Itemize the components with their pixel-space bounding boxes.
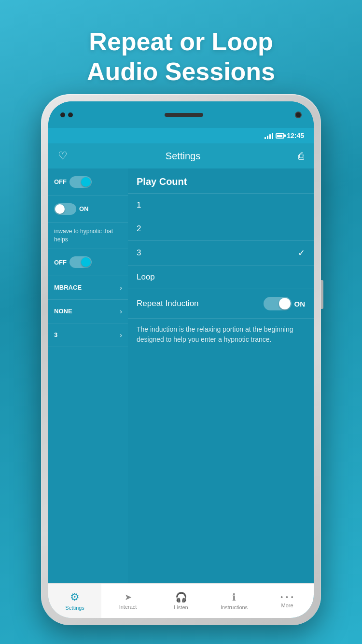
toggle-3-container[interactable]: OFF xyxy=(54,256,92,268)
chevron-none-icon: › xyxy=(120,308,122,315)
repeat-induction-row: Repeat Induction ON xyxy=(128,289,314,319)
page-title: Repeat or Loop Audio Sessions xyxy=(0,0,362,97)
battery-icon xyxy=(276,133,284,139)
play-count-option-3[interactable]: 3 ✓ xyxy=(128,241,314,266)
toggle-1-container[interactable]: OFF xyxy=(54,176,92,188)
left-option-none[interactable]: NONE › xyxy=(48,300,128,323)
section-header: Play Count xyxy=(128,168,314,194)
app-nav-title: Settings xyxy=(166,151,200,162)
camera-area xyxy=(60,112,73,117)
bottom-nav-bar: ⚙ Settings ➤ Interact 🎧 Listen ℹ Instruc… xyxy=(48,583,314,618)
settings-icon: ⚙ xyxy=(70,591,80,603)
toggle-1-switch[interactable] xyxy=(70,176,92,188)
listen-icon: 🎧 xyxy=(175,591,187,603)
nav-item-settings[interactable]: ⚙ Settings xyxy=(48,584,101,618)
play-count-3-label: 3 xyxy=(137,248,141,258)
settings-label: Settings xyxy=(65,605,84,611)
left-panel: OFF ON xyxy=(48,168,128,583)
selected-checkmark-icon: ✓ xyxy=(298,248,305,258)
phone-top-bar xyxy=(48,101,314,128)
camera-dot-left xyxy=(60,112,65,117)
instructions-icon: ℹ xyxy=(232,591,236,603)
more-label: More xyxy=(281,602,293,608)
right-panel: Play Count 1 2 3 ✓ Loop xyxy=(128,168,314,583)
interact-icon: ➤ xyxy=(125,592,132,602)
option-mbrace-label: MBRACE xyxy=(54,284,82,291)
left-toggle-row-3: OFF xyxy=(48,249,128,276)
interact-label: Interact xyxy=(119,604,137,610)
toggle-2-switch[interactable] xyxy=(54,203,76,215)
option-none-label: NONE xyxy=(54,308,72,315)
speaker-bar xyxy=(165,113,203,117)
play-count-1-label: 1 xyxy=(137,200,141,210)
loop-label: Loop xyxy=(137,272,155,282)
status-time: 12:45 xyxy=(287,132,304,140)
main-content: OFF ON xyxy=(48,168,314,583)
status-bar-right: 12:45 xyxy=(265,132,304,140)
camera-dot-right2 xyxy=(68,112,73,117)
play-count-option-1[interactable]: 1 xyxy=(128,194,314,217)
share-icon[interactable]: ⎙ xyxy=(298,151,304,162)
repeat-induction-toggle[interactable] xyxy=(264,297,292,310)
more-icon: • • • xyxy=(280,593,293,601)
chevron-mbrace-icon: › xyxy=(120,284,122,292)
toggle-2-label: ON xyxy=(79,205,89,212)
option-3-label: 3 xyxy=(54,331,57,338)
repeat-induction-label: Repeat Induction xyxy=(137,299,199,308)
chevron-3-icon: › xyxy=(120,331,122,339)
listen-label: Listen xyxy=(174,604,188,610)
app-nav-bar: ♡ Settings ⎙ xyxy=(48,143,314,168)
section-title: Play Count xyxy=(137,176,187,187)
camera-main xyxy=(295,112,302,118)
left-option-3[interactable]: 3 › xyxy=(48,323,128,347)
nav-item-instructions[interactable]: ℹ Instructions xyxy=(208,584,261,618)
toggle-3-knob xyxy=(81,257,91,267)
toggle-2-container[interactable]: ON xyxy=(54,203,89,215)
play-count-2-label: 2 xyxy=(137,224,141,234)
text-snippet: inwave to hypnotic that helps xyxy=(48,223,128,249)
toggle-1-knob xyxy=(81,177,91,187)
side-button xyxy=(321,280,323,309)
repeat-induction-description: The induction is the relaxing portion at… xyxy=(128,319,314,350)
left-option-mbrace[interactable]: MBRACE › xyxy=(48,276,128,300)
left-toggle-row-2: ON xyxy=(48,196,128,223)
nav-item-listen[interactable]: 🎧 Listen xyxy=(154,584,208,618)
favorite-icon[interactable]: ♡ xyxy=(58,150,68,162)
signal-icon xyxy=(265,132,273,139)
toggle-2-knob xyxy=(55,204,65,214)
instructions-label: Instructions xyxy=(221,604,248,610)
nav-item-interact[interactable]: ➤ Interact xyxy=(101,584,154,618)
toggle-1-label: OFF xyxy=(54,178,67,185)
repeat-induction-knob xyxy=(279,298,291,309)
phone-device: 12:45 ♡ Settings ⎙ OFF xyxy=(41,94,321,625)
toggle-3-label: OFF xyxy=(54,259,67,266)
play-count-loop[interactable]: Loop xyxy=(128,266,314,289)
status-bar: 12:45 xyxy=(48,128,314,143)
left-toggle-row-1: OFF xyxy=(48,168,128,196)
toggle-3-switch[interactable] xyxy=(70,256,92,268)
repeat-induction-state: ON xyxy=(294,300,306,308)
nav-item-more[interactable]: • • • More xyxy=(261,584,314,618)
repeat-induction-toggle-group[interactable]: ON xyxy=(264,297,306,310)
play-count-option-2[interactable]: 2 xyxy=(128,217,314,241)
